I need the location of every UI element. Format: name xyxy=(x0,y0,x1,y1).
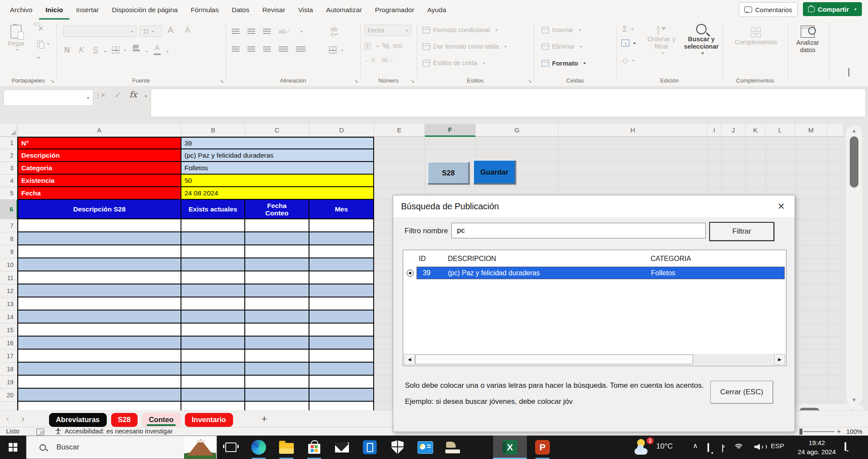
cell[interactable] xyxy=(309,232,374,245)
cell[interactable] xyxy=(245,232,309,245)
cell[interactable] xyxy=(181,258,245,271)
cell[interactable] xyxy=(181,232,245,245)
cell[interactable] xyxy=(17,271,181,284)
col-header-N-partial[interactable] xyxy=(827,124,844,137)
cell[interactable] xyxy=(17,337,181,350)
taskbar-explorer[interactable] xyxy=(273,436,300,459)
weather-widget[interactable]: 1 xyxy=(635,438,654,456)
cell[interactable] xyxy=(309,310,374,324)
sheet-tab-s28[interactable]: S28 xyxy=(111,413,138,427)
info-label-cell[interactable]: Categoria xyxy=(17,162,181,175)
row-header-4[interactable]: 4 xyxy=(0,175,17,187)
task-view-button[interactable] xyxy=(217,436,245,459)
scroll-up-icon[interactable]: ▲ xyxy=(846,128,862,134)
table-header-cell[interactable]: Exists actuales xyxy=(181,200,245,219)
cell[interactable] xyxy=(309,271,374,284)
row-header-21-partial[interactable] xyxy=(0,402,17,410)
cell[interactable] xyxy=(245,324,309,337)
record-macro-icon[interactable] xyxy=(36,429,44,435)
taskbar-security[interactable] xyxy=(384,436,411,459)
zoom-slider[interactable] xyxy=(803,431,835,432)
col-header-F[interactable]: F xyxy=(425,124,476,137)
guardar-button[interactable]: Guardar xyxy=(473,160,516,184)
scroll-right-icon[interactable]: ▶ xyxy=(774,354,785,365)
accessibility-status[interactable]: Accesibilidad: es necesario investigar xyxy=(55,427,173,435)
row-header-9[interactable]: 9 xyxy=(0,245,17,258)
cell[interactable] xyxy=(309,219,374,232)
sheet-nav-left[interactable]: ‹ xyxy=(0,413,15,425)
info-value-cell[interactable]: Folletos xyxy=(181,162,374,175)
start-button[interactable] xyxy=(0,436,26,459)
row-header-8[interactable]: 8 xyxy=(0,232,17,245)
filtrar-button[interactable]: Filtrar xyxy=(709,222,774,241)
row-header-17[interactable]: 17 xyxy=(0,350,17,363)
cell[interactable] xyxy=(17,363,181,376)
taskbar-search[interactable]: Buscar xyxy=(26,436,217,459)
cell[interactable] xyxy=(245,337,309,350)
sheet-nav-right[interactable]: › xyxy=(15,413,30,425)
col-header-K[interactable]: K xyxy=(746,124,766,137)
zoom-level[interactable]: 100% xyxy=(846,428,862,435)
row-header-19[interactable]: 19 xyxy=(0,376,17,389)
row-header-20[interactable]: 20 xyxy=(0,389,17,402)
zoom-slider-handle[interactable] xyxy=(799,429,802,435)
cell[interactable] xyxy=(245,219,309,232)
cell[interactable] xyxy=(17,245,181,258)
cell[interactable] xyxy=(309,297,374,310)
row-header-3[interactable]: 3 xyxy=(0,162,17,175)
cell[interactable] xyxy=(17,219,181,232)
cell[interactable] xyxy=(17,324,181,337)
cell[interactable] xyxy=(245,402,309,410)
cell[interactable] xyxy=(17,376,181,389)
cell[interactable] xyxy=(181,324,245,337)
cell[interactable] xyxy=(181,284,245,297)
cell[interactable] xyxy=(181,389,245,402)
cell[interactable] xyxy=(245,310,309,324)
cell[interactable] xyxy=(309,324,374,337)
scroll-left-icon[interactable]: ◀ xyxy=(404,354,415,365)
taskbar-chart-app[interactable] xyxy=(411,436,439,459)
taskbar-mail[interactable] xyxy=(328,436,356,459)
cast-icon[interactable] xyxy=(707,444,709,452)
col-header-C[interactable]: C xyxy=(245,124,309,137)
table-header-cell[interactable]: Mes xyxy=(309,200,374,219)
cell[interactable] xyxy=(17,297,181,310)
cell[interactable] xyxy=(309,402,374,410)
col-header-A[interactable]: A xyxy=(17,124,181,137)
info-label-cell[interactable]: N° xyxy=(17,137,181,149)
row-header-11[interactable]: 11 xyxy=(0,271,17,284)
cell[interactable] xyxy=(181,297,245,310)
cell[interactable] xyxy=(17,350,181,363)
close-icon[interactable]: × xyxy=(773,198,789,215)
col-header-L[interactable]: L xyxy=(766,124,795,137)
taskbar-store[interactable] xyxy=(300,436,328,459)
sheet-tab-inventario[interactable]: Inventario xyxy=(185,413,233,427)
list-horizontal-scrollbar[interactable]: ◀ ▶ xyxy=(404,354,785,365)
taskbar-utility-app[interactable] xyxy=(439,436,467,459)
cell[interactable] xyxy=(17,402,181,410)
cell[interactable] xyxy=(309,376,374,389)
cell[interactable] xyxy=(181,350,245,363)
cell[interactable] xyxy=(181,245,245,258)
taskbar-edge[interactable] xyxy=(245,436,273,459)
cell[interactable] xyxy=(181,363,245,376)
col-header-I[interactable]: I xyxy=(707,124,721,137)
row-header-6[interactable]: 6 xyxy=(0,200,17,219)
cell[interactable] xyxy=(245,363,309,376)
cell[interactable] xyxy=(309,258,374,271)
record-selector[interactable] xyxy=(404,267,417,279)
row-header-14[interactable]: 14 xyxy=(0,310,17,324)
cell[interactable] xyxy=(309,363,374,376)
info-label-cell[interactable]: Existencia xyxy=(17,175,181,187)
vertical-scrollbar[interactable]: ▲ ▼ xyxy=(845,125,863,406)
table-header-cell[interactable]: Fecha Conteo xyxy=(245,200,309,219)
cell[interactable] xyxy=(17,389,181,402)
row-header-2[interactable]: 2 xyxy=(0,149,17,162)
col-header-D[interactable]: D xyxy=(309,124,374,137)
col-header-M[interactable]: M xyxy=(795,124,827,137)
taskbar-excel-active[interactable]: X xyxy=(493,436,527,459)
cell[interactable] xyxy=(309,350,374,363)
info-label-cell[interactable]: Fecha xyxy=(17,187,181,200)
cell[interactable] xyxy=(309,245,374,258)
col-header-B[interactable]: B xyxy=(181,124,245,137)
